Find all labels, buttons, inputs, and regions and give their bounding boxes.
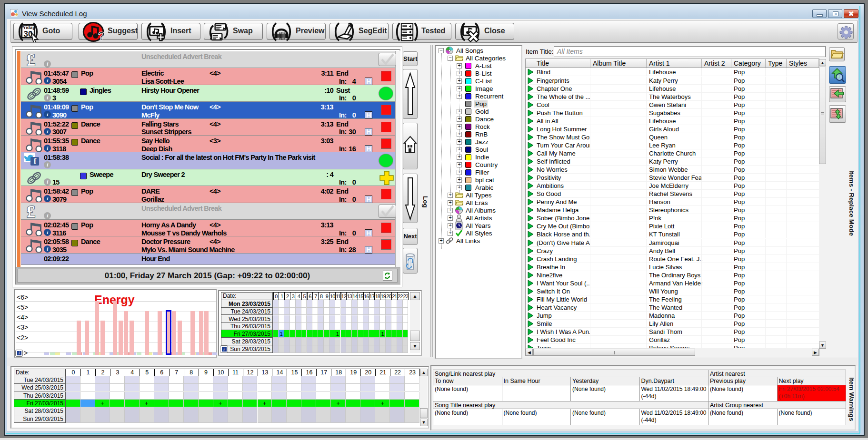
svg-text:£: £ xyxy=(27,52,35,68)
svg-text:£: £ xyxy=(27,204,35,220)
svg-text:?: ? xyxy=(98,29,105,42)
